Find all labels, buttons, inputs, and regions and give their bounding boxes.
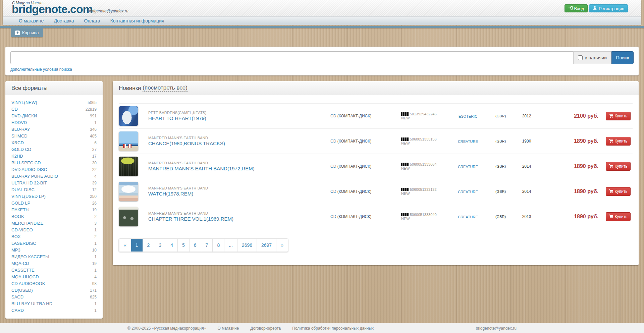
page-button[interactable]: 2696 bbox=[237, 239, 257, 252]
format-link[interactable]: MQA-UHQCD bbox=[11, 274, 39, 280]
nav-link[interactable]: О магазине bbox=[19, 18, 44, 23]
page-button[interactable]: « bbox=[119, 239, 131, 252]
album-cover[interactable] bbox=[119, 182, 138, 201]
register-button[interactable]: Регистрация bbox=[589, 4, 628, 12]
album-cover[interactable] bbox=[119, 106, 138, 126]
format-link[interactable]: MP3 bbox=[11, 247, 20, 254]
record-label-link[interactable]: CREATURE bbox=[458, 215, 478, 219]
format-link[interactable]: K2HD bbox=[11, 153, 23, 160]
nav-link[interactable]: Контактная информация bbox=[110, 18, 164, 23]
format-link[interactable]: MERCHANDIZE bbox=[11, 220, 43, 227]
format-link[interactable]: BLU-RAY bbox=[11, 126, 30, 133]
format-link[interactable]: SACD bbox=[11, 294, 23, 300]
format-link[interactable]: ВИДЕО-КАССЕТЫ bbox=[11, 254, 49, 260]
page-button[interactable]: 7 bbox=[201, 239, 213, 252]
format-link[interactable]: DVD-ДИСКИ bbox=[11, 113, 37, 119]
format-count: 22 bbox=[92, 166, 97, 173]
buy-button[interactable]: Купить bbox=[606, 112, 631, 120]
footer-link[interactable]: О магазине bbox=[218, 326, 239, 331]
format-link[interactable]: BOOK bbox=[11, 213, 24, 220]
page-button[interactable]: 6 bbox=[189, 239, 201, 252]
format-count: 4 bbox=[94, 274, 97, 280]
format-link[interactable]: MQA-CD bbox=[11, 260, 29, 267]
format-link[interactable]: BLU-SPEC CD bbox=[11, 160, 41, 166]
format-link[interactable]: ПАКЕТЫ bbox=[11, 207, 30, 213]
format-link[interactable]: SHMCD bbox=[11, 133, 28, 140]
buy-button[interactable]: Купить bbox=[606, 162, 631, 171]
format-item: ПАКЕТЫ 19 bbox=[11, 207, 97, 213]
album-cover[interactable] bbox=[119, 157, 138, 176]
cart-buy-icon bbox=[609, 214, 613, 219]
format-link[interactable]: BLU-RAY ULTRA HD bbox=[11, 300, 52, 307]
format-link[interactable]: CD-VIDEO bbox=[11, 227, 33, 233]
pagination: «12345678...26962697» bbox=[119, 238, 288, 252]
format-count: 1 bbox=[94, 254, 97, 260]
product-title-link[interactable]: CHANCE(1980,BONUS TRACKS) bbox=[148, 141, 225, 146]
page-button[interactable]: 5 bbox=[177, 239, 189, 252]
format-link[interactable]: BLU-RAY PURE AUDIO bbox=[11, 173, 58, 180]
cart-label: Корзина bbox=[22, 30, 39, 35]
page-button[interactable]: 4 bbox=[166, 239, 177, 252]
format-item: GOLD CD 27 bbox=[11, 146, 97, 153]
format-link[interactable]: HDDVD bbox=[11, 119, 27, 126]
product-format-link[interactable]: CD bbox=[330, 114, 336, 118]
format-item: HDDVD 1 bbox=[11, 119, 97, 126]
site-logo[interactable]: bridgenote.com bbox=[12, 3, 93, 16]
format-link[interactable]: VINYL(NEW) bbox=[11, 99, 37, 106]
advanced-search-link[interactable]: дополнительные условия поиска bbox=[10, 67, 72, 72]
nav-link[interactable]: Оплата bbox=[84, 18, 100, 23]
buy-button[interactable]: Купить bbox=[606, 187, 631, 196]
format-link[interactable]: GOLD LP bbox=[11, 200, 30, 207]
product-format-link[interactable]: CD bbox=[330, 164, 336, 169]
record-label-link[interactable]: CREATURE bbox=[458, 140, 478, 144]
format-link[interactable]: ULTRA HD 32-BIT bbox=[11, 180, 47, 186]
in-stock-checkbox[interactable] bbox=[578, 55, 583, 60]
format-item: LASERDISC 1 bbox=[11, 240, 97, 247]
footer-link[interactable]: Политика обработки персональных данных bbox=[292, 326, 374, 331]
search-input[interactable] bbox=[10, 51, 573, 64]
login-button[interactable]: Вход bbox=[565, 4, 588, 12]
product-title-link[interactable]: HEART TO HEART(1979) bbox=[148, 115, 206, 121]
record-label-link[interactable]: CREATURE bbox=[458, 190, 478, 194]
format-link[interactable]: CARD bbox=[11, 307, 24, 314]
format-link[interactable]: DVD AUDIO DISC bbox=[11, 166, 47, 173]
format-link[interactable]: DUAL DISC bbox=[11, 186, 35, 193]
format-link[interactable]: BOX bbox=[11, 233, 20, 240]
page-button[interactable]: 2 bbox=[143, 239, 154, 252]
product-title-link[interactable]: MANFRED MANN'S EARTH BAND(1972,REM) bbox=[148, 166, 255, 171]
product-format-link[interactable]: CD bbox=[330, 214, 336, 219]
in-stock-filter[interactable]: в наличии bbox=[573, 51, 611, 64]
product-barcode: 5060051333040 bbox=[410, 213, 437, 217]
product-title-link[interactable]: WATCH(1978,REM) bbox=[148, 191, 193, 197]
format-link[interactable]: CD bbox=[11, 106, 18, 113]
buy-button[interactable]: Купить bbox=[606, 137, 631, 146]
album-cover[interactable] bbox=[119, 131, 138, 151]
product-format-link[interactable]: CD bbox=[330, 139, 336, 144]
format-link[interactable]: LASERDISC bbox=[11, 240, 36, 247]
format-link[interactable]: XRCD bbox=[11, 140, 24, 146]
nav-link[interactable]: Доставка bbox=[54, 18, 74, 23]
page-button[interactable]: 2697 bbox=[257, 239, 276, 252]
product-title-link[interactable]: CHAPTER THREE VOL.1(1969,REM) bbox=[148, 216, 233, 222]
footer-link[interactable]: Договор-оферта bbox=[250, 326, 281, 331]
product-country: (GBR) bbox=[485, 164, 517, 168]
record-label-link[interactable]: CREATURE bbox=[458, 165, 478, 169]
album-cover[interactable] bbox=[119, 207, 138, 226]
view-all-link[interactable]: (посмотреть все) bbox=[143, 85, 187, 92]
format-count: 5065 bbox=[88, 99, 97, 106]
format-link[interactable]: CASSETTE bbox=[11, 267, 35, 274]
page-button[interactable]: 8 bbox=[212, 239, 224, 252]
record-label-link[interactable]: ESOTERIC bbox=[459, 114, 477, 118]
product-format-link[interactable]: CD bbox=[330, 189, 336, 194]
format-count: 26 bbox=[92, 200, 97, 207]
cart-button[interactable]: Корзина bbox=[11, 28, 43, 37]
buy-button[interactable]: Купить bbox=[606, 212, 631, 221]
page-button[interactable]: 1 bbox=[131, 239, 143, 252]
format-link[interactable]: CD(USED) bbox=[11, 287, 33, 294]
format-link[interactable]: VINYL(USED LP) bbox=[11, 193, 46, 200]
format-link[interactable]: CD AUDIOBOOK bbox=[11, 280, 45, 287]
page-button[interactable]: 3 bbox=[154, 239, 166, 252]
search-button[interactable]: Поиск bbox=[611, 51, 634, 64]
page-button[interactable]: » bbox=[276, 239, 288, 252]
format-link[interactable]: GOLD CD bbox=[11, 146, 31, 153]
